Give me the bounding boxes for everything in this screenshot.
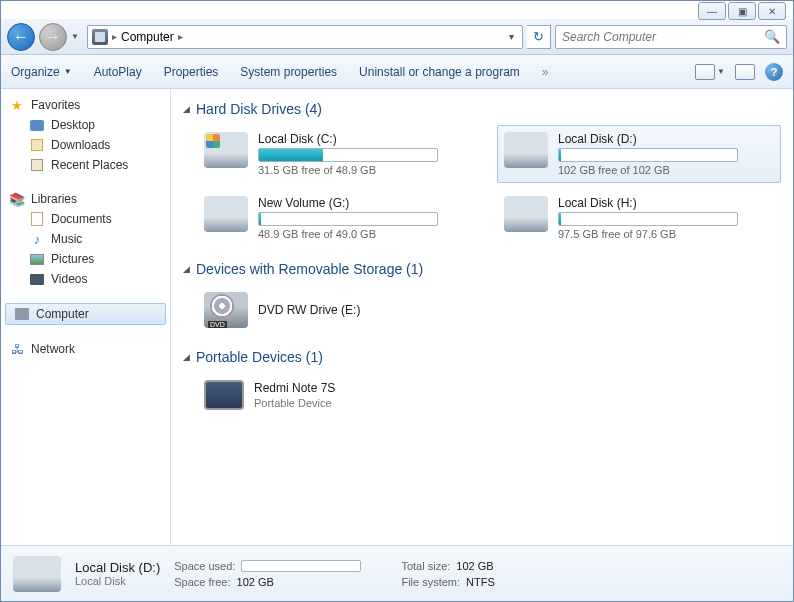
desktop-icon [29, 117, 45, 133]
drive-g[interactable]: New Volume (G:) 48.9 GB free of 49.0 GB [197, 189, 481, 247]
address-bar[interactable]: ▸ Computer ▸ ▾ [87, 25, 523, 49]
usage-bar [258, 212, 438, 226]
drive-label: Local Disk (H:) [558, 196, 774, 210]
total-size-value: 102 GB [456, 560, 493, 572]
space-used-bar [241, 560, 361, 572]
content-area: ◢Hard Disk Drives (4) Local Disk (C:) 31… [171, 89, 793, 545]
details-title: Local Disk (D:) [75, 560, 160, 575]
drive-label: DVD RW Drive (E:) [258, 303, 360, 317]
details-drive-icon [13, 556, 61, 592]
navigation-pane: ★Favorites Desktop Downloads Recent Plac… [1, 89, 171, 545]
maximize-button[interactable]: ▣ [728, 2, 756, 20]
device-redmi-note-7s[interactable]: Redmi Note 7S Portable Device [197, 373, 342, 417]
history-dropdown[interactable]: ▼ [71, 32, 83, 41]
dvd-drive-icon [204, 292, 248, 328]
drive-icon [504, 196, 548, 232]
collapse-icon: ◢ [183, 264, 190, 274]
total-size-label: Total size: [401, 560, 450, 572]
star-icon: ★ [9, 97, 25, 113]
address-dropdown-icon[interactable]: ▾ [505, 31, 518, 42]
overflow-button[interactable]: » [542, 65, 549, 79]
main-body: ★Favorites Desktop Downloads Recent Plac… [1, 89, 793, 545]
filesystem-value: NTFS [466, 576, 495, 588]
device-subtitle: Portable Device [254, 397, 335, 409]
filesystem-label: File system: [401, 576, 460, 588]
details-subtitle: Local Disk [75, 575, 160, 587]
sidebar-item-documents[interactable]: Documents [1, 209, 170, 229]
recent-icon [29, 157, 45, 173]
drive-e-dvd[interactable]: DVD RW Drive (E:) [197, 285, 367, 335]
close-button[interactable]: ✕ [758, 2, 786, 20]
help-icon[interactable]: ? [765, 63, 783, 81]
drive-free-text: 97.5 GB free of 97.6 GB [558, 228, 774, 240]
drive-h[interactable]: Local Disk (H:) 97.5 GB free of 97.6 GB [497, 189, 781, 247]
drive-label: Local Disk (C:) [258, 132, 474, 146]
sidebar-item-downloads[interactable]: Downloads [1, 135, 170, 155]
sidebar-item-recent-places[interactable]: Recent Places [1, 155, 170, 175]
refresh-button[interactable]: ↻ [527, 25, 551, 49]
network-icon: 🖧 [9, 341, 25, 357]
view-controls: ▼ ? [695, 63, 783, 81]
uninstall-button[interactable]: Uninstall or change a program [359, 65, 520, 79]
portable-device-icon [204, 380, 244, 410]
drive-label: New Volume (G:) [258, 196, 474, 210]
space-free-label: Space free: [174, 576, 230, 588]
computer-icon [92, 29, 108, 45]
category-portable-devices[interactable]: ◢Portable Devices (1) [183, 349, 781, 365]
device-label: Redmi Note 7S [254, 381, 335, 395]
autoplay-button[interactable]: AutoPlay [94, 65, 142, 79]
folder-icon [29, 137, 45, 153]
forward-button[interactable]: → [39, 23, 67, 51]
libraries-group[interactable]: 📚Libraries [1, 189, 170, 209]
search-input[interactable] [562, 30, 764, 44]
music-icon: ♪ [29, 231, 45, 247]
back-button[interactable]: ← [7, 23, 35, 51]
sidebar-item-pictures[interactable]: Pictures [1, 249, 170, 269]
window-controls: — ▣ ✕ [698, 2, 786, 20]
space-used-label: Space used: [174, 560, 235, 572]
favorites-group[interactable]: ★Favorites [1, 95, 170, 115]
search-icon[interactable]: 🔍 [764, 29, 780, 44]
view-mode-button[interactable]: ▼ [695, 64, 725, 80]
drive-free-text: 48.9 GB free of 49.0 GB [258, 228, 474, 240]
breadcrumb-sep-icon: ▸ [178, 31, 183, 42]
document-icon [29, 211, 45, 227]
navigation-bar: ← → ▼ ▸ Computer ▸ ▾ ↻ 🔍 [1, 19, 793, 55]
sidebar-item-music[interactable]: ♪Music [1, 229, 170, 249]
videos-icon [29, 271, 45, 287]
system-properties-button[interactable]: System properties [240, 65, 337, 79]
properties-button[interactable]: Properties [164, 65, 219, 79]
space-free-value: 102 GB [237, 576, 274, 588]
explorer-window: — ▣ ✕ ← → ▼ ▸ Computer ▸ ▾ ↻ 🔍 Organize … [0, 0, 794, 602]
collapse-icon: ◢ [183, 352, 190, 362]
libraries-icon: 📚 [9, 191, 25, 207]
computer-icon [14, 306, 30, 322]
sidebar-item-network[interactable]: 🖧Network [1, 339, 170, 359]
breadcrumb-sep-icon: ▸ [112, 31, 117, 42]
collapse-icon: ◢ [183, 104, 190, 114]
drive-icon [204, 196, 248, 232]
drive-label: Local Disk (D:) [558, 132, 774, 146]
sidebar-item-videos[interactable]: Videos [1, 269, 170, 289]
drive-d[interactable]: Local Disk (D:) 102 GB free of 102 GB [497, 125, 781, 183]
organize-menu[interactable]: Organize ▼ [11, 65, 72, 79]
breadcrumb-location[interactable]: Computer [121, 30, 174, 44]
drive-icon [504, 132, 548, 168]
command-bar: Organize ▼ AutoPlay Properties System pr… [1, 55, 793, 89]
usage-bar [558, 148, 738, 162]
sidebar-item-computer[interactable]: Computer [5, 303, 166, 325]
drive-c[interactable]: Local Disk (C:) 31.5 GB free of 48.9 GB [197, 125, 481, 183]
search-box[interactable]: 🔍 [555, 25, 787, 49]
drive-icon [204, 132, 248, 168]
pictures-icon [29, 251, 45, 267]
drive-free-text: 102 GB free of 102 GB [558, 164, 774, 176]
usage-bar [258, 148, 438, 162]
category-hard-disk-drives[interactable]: ◢Hard Disk Drives (4) [183, 101, 781, 117]
usage-bar [558, 212, 738, 226]
preview-pane-button[interactable] [735, 64, 755, 80]
minimize-button[interactable]: — [698, 2, 726, 20]
category-removable-storage[interactable]: ◢Devices with Removable Storage (1) [183, 261, 781, 277]
drive-free-text: 31.5 GB free of 48.9 GB [258, 164, 474, 176]
details-pane: Local Disk (D:) Local Disk Space used: S… [1, 545, 793, 601]
sidebar-item-desktop[interactable]: Desktop [1, 115, 170, 135]
